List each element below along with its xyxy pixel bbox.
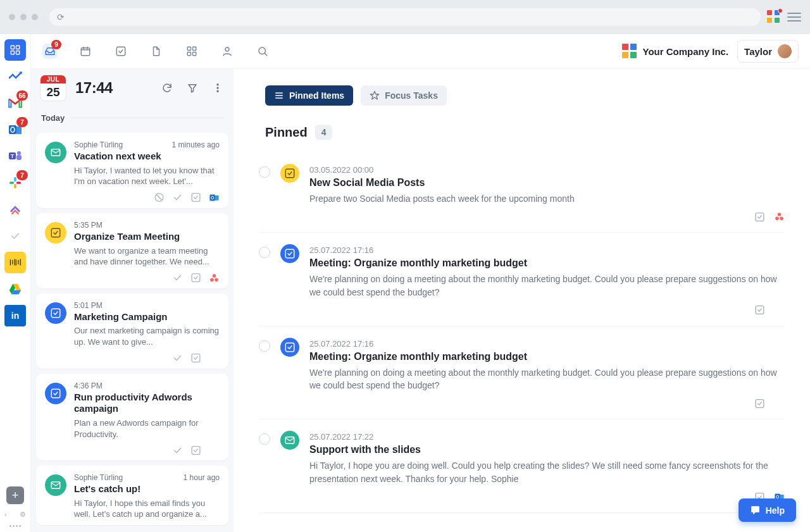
refresh-icon[interactable]: ⟳ (57, 12, 65, 22)
rail-miro[interactable]: 〣〣 (4, 252, 26, 273)
rail-tasks-grey[interactable] (4, 225, 26, 247)
svg-rect-43 (285, 169, 294, 178)
svg-rect-50 (285, 343, 294, 352)
rail-add-button[interactable]: + (6, 486, 24, 504)
card-preview: Plan a new Adwords campaign for Producti… (74, 418, 220, 440)
task-box-icon[interactable] (754, 305, 765, 316)
pinned-type-icon (280, 244, 299, 263)
date-calendar[interactable]: JUL 25 (40, 75, 66, 101)
inbox-card[interactable]: Sophie Türling 1 minutes ago Vacation ne… (36, 133, 228, 208)
clickup-icon (209, 353, 220, 364)
card-preview: Our next marketing campaign is coming up… (74, 325, 220, 347)
check-icon[interactable] (172, 353, 183, 364)
tab-focus-label: Focus Tasks (385, 90, 438, 101)
topnav-calendar[interactable] (78, 44, 93, 59)
card-type-icon (45, 222, 66, 244)
refresh-button[interactable] (160, 81, 174, 95)
svg-point-36 (210, 278, 214, 281)
company-selector[interactable]: Your Company Inc. (622, 44, 729, 59)
pinned-title: New Social Media Posts (309, 177, 785, 189)
topnav-files[interactable] (149, 44, 164, 59)
rail-nav-arrows[interactable]: ‹⚙ (4, 510, 26, 519)
pinned-count: 4 (315, 125, 333, 140)
apps-grid-icon[interactable] (767, 10, 781, 24)
rail-google-drive[interactable] (4, 278, 26, 300)
clock-time: 17:44 (75, 79, 113, 97)
svg-rect-48 (285, 250, 294, 259)
inbox-card[interactable]: 5:01 PM Marketing Campaign Our next mark… (36, 294, 228, 369)
check-icon[interactable] (172, 192, 183, 203)
pinned-row[interactable]: 25.07.2022 17:22 Support with the slides… (259, 419, 785, 513)
pinned-actions (309, 492, 785, 502)
more-button[interactable] (211, 81, 225, 95)
svg-point-37 (215, 278, 218, 281)
rail-gmail[interactable]: 66 (4, 92, 26, 114)
pinned-select-radio[interactable] (259, 166, 270, 178)
card-type-icon (45, 142, 66, 163)
topnav-tasks[interactable] (113, 44, 128, 59)
content-panel: Pinned Items Focus Tasks Pinned 4 03.05.… (234, 69, 810, 532)
svg-point-26 (217, 90, 218, 92)
check-icon[interactable] (172, 273, 183, 283)
rail-outlook-badge: 7 (16, 117, 28, 127)
topnav-inbox[interactable]: 9 (42, 44, 58, 59)
user-menu[interactable]: Taylor (737, 40, 799, 63)
rail-home[interactable] (4, 39, 26, 61)
pinned-select-radio[interactable] (259, 247, 270, 258)
rail-clickup[interactable] (4, 199, 26, 220)
card-actions (74, 192, 220, 203)
inbox-card[interactable]: Sophie Türling 1 hour ago Let's catch up… (36, 466, 228, 525)
card-title: Vacation next week (74, 151, 220, 163)
card-preview: We want to organize a team meeting and h… (74, 245, 220, 268)
rail-more-dots[interactable] (9, 525, 21, 527)
pinned-select-radio[interactable] (259, 433, 270, 445)
task-box-icon[interactable] (190, 445, 201, 455)
check-icon[interactable] (172, 445, 183, 455)
user-name: Taylor (744, 46, 772, 57)
rail-teams[interactable]: T (4, 145, 26, 167)
filter-button[interactable] (185, 81, 199, 95)
inbox-panel: JUL 25 17:44 Today Sophie Türling 1 (31, 69, 234, 532)
clickup-icon (209, 445, 220, 455)
svg-text:T: T (11, 153, 15, 159)
block-icon[interactable] (154, 192, 165, 203)
pinned-row[interactable]: 03.05.2022 00:00 New Social Media Posts … (259, 152, 785, 233)
inbox-card[interactable]: 4:36 PM Run productivity Adwords campaig… (36, 374, 228, 461)
pinned-date: 25.07.2022 17:16 (309, 245, 785, 255)
svg-rect-15 (16, 182, 21, 184)
pinned-row[interactable]: 25.07.2022 17:16 Meeting: Organize month… (259, 233, 785, 326)
task-box-icon[interactable] (190, 273, 201, 283)
inbox-card[interactable]: 5:35 PM Organize Team Meeting We want to… (36, 213, 228, 288)
tab-focus-tasks[interactable]: Focus Tasks (361, 85, 447, 106)
help-button[interactable]: Help (738, 498, 796, 522)
task-box-icon[interactable] (754, 398, 765, 409)
task-box-icon[interactable] (754, 211, 765, 222)
rail-linkedin[interactable]: in (4, 305, 26, 326)
card-type-icon (45, 302, 66, 324)
pinned-actions (309, 305, 785, 316)
rail-outlook[interactable]: 7 (4, 119, 26, 140)
card-preview: Hi Taylor, I hope this email finds you w… (74, 498, 220, 520)
rail-slack[interactable]: 7 (4, 172, 26, 194)
svg-rect-0 (11, 46, 14, 49)
task-box-icon[interactable] (190, 353, 201, 364)
rail-analytics[interactable] (4, 66, 26, 87)
company-name: Your Company Inc. (643, 46, 729, 57)
pinned-description: Hi Taylor, I hope you are doing well. Co… (309, 459, 785, 485)
card-type-icon (45, 474, 66, 496)
topnav-search[interactable] (255, 44, 270, 59)
topnav-people[interactable] (220, 44, 235, 59)
pinned-row[interactable]: 25.07.2022 17:16 Meeting: Organize month… (259, 326, 785, 420)
pinned-title: Meeting: Organize monthly marketing budg… (309, 257, 785, 269)
tab-pinned-items[interactable]: Pinned Items (265, 85, 353, 106)
clickup-icon (774, 398, 785, 409)
card-time: 4:36 PM (74, 381, 103, 390)
url-bar[interactable]: ⟳ (49, 8, 761, 26)
topnav-apps[interactable] (184, 44, 199, 59)
task-box-icon[interactable] (190, 192, 201, 203)
rail-slack-badge: 7 (16, 170, 28, 180)
menu-icon[interactable] (787, 13, 801, 22)
svg-rect-40 (51, 389, 60, 398)
pinned-select-radio[interactable] (259, 340, 270, 352)
svg-point-46 (775, 217, 779, 221)
